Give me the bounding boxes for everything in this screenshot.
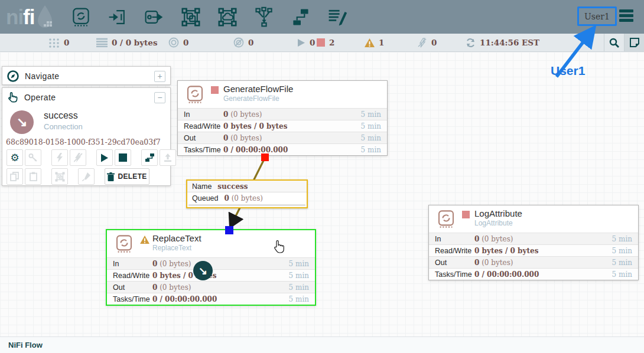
paint-brush-icon [82, 172, 91, 181]
invalid-status: 1 [365, 34, 384, 51]
refresh-status[interactable]: 11:44:56 EST [466, 34, 539, 51]
processor-stamp-icon [186, 85, 204, 104]
paste-icon [29, 172, 38, 181]
connection-label[interactable]: Name success Queued 0 (0 bytes) [186, 179, 308, 208]
navigate-palette: Navigate + [2, 66, 171, 85]
transmitting-icon [168, 37, 179, 48]
current-user-highlight-box: User1 [577, 6, 617, 26]
connection-name-value: success [217, 182, 248, 191]
create-template-button[interactable] [141, 149, 158, 166]
running-status: 0 [297, 34, 315, 51]
navigate-expand-button[interactable]: + [154, 71, 165, 82]
footer-breadcrumb-bar: NiFi Flow [0, 336, 644, 353]
warning-icon [365, 38, 375, 47]
fill-color-button[interactable] [78, 168, 95, 185]
logo-text: nifi [6, 0, 35, 34]
operate-collapse-button[interactable]: − [154, 92, 165, 103]
breadcrumb[interactable]: NiFi Flow [8, 341, 43, 349]
lightning-icon [56, 153, 63, 162]
flow-canvas[interactable]: Name success Queued 0 (0 bytes) Generate… [0, 52, 644, 336]
stopped-status: 2 [317, 34, 334, 51]
processor-logattribute[interactable]: LogAttribute LogAttribute In0 (0 bytes)5… [428, 205, 639, 280]
process-group-icon[interactable] [180, 6, 202, 28]
stat-row-readwrite: Read/Write0 bytes / 0 bytes5 min [429, 244, 638, 256]
disabled-icon [418, 38, 427, 48]
status-bar-actions [604, 34, 644, 51]
group-selection-icon [55, 172, 65, 182]
stopped-status-icon [462, 211, 470, 218]
processor-stats: In0 (0 bytes)5 min Read/Write0 bytes / 0… [429, 233, 638, 280]
create-template-icon [145, 153, 155, 162]
label-icon[interactable] [327, 6, 349, 28]
running-icon [297, 38, 305, 47]
processor-type: LogAttribute [474, 219, 513, 227]
processor-name: LogAttribute [474, 208, 522, 218]
bulletin-icon [630, 38, 639, 47]
stopped-status-icon [211, 86, 219, 94]
processor-generateflowfile[interactable]: GenerateFlowFile GenerateFlowFile In0 (0… [177, 80, 388, 156]
bulletin-board-button[interactable] [624, 34, 644, 51]
delete-button[interactable]: DELETE [105, 168, 149, 185]
stat-row-readwrite: Read/Write0 bytes / 0 bytes5 min [178, 120, 387, 132]
processor-type: GenerateFlowFile [223, 94, 279, 103]
stat-row-tasks: Tasks/Time0 / 00:00:00.0005 min [178, 143, 387, 155]
processor-icon[interactable] [70, 6, 92, 28]
access-policies-button[interactable] [25, 149, 41, 166]
copy-button[interactable] [6, 168, 23, 185]
processor-stamp-icon [115, 234, 134, 253]
search-button[interactable] [604, 34, 624, 51]
queued-list-icon [96, 38, 108, 47]
arrow-down-right-icon: ↘ [199, 264, 207, 277]
navigate-title: Navigate [25, 71, 154, 81]
trash-icon [107, 172, 115, 181]
play-icon [100, 153, 109, 162]
status-bar: 0 0 / 0 bytes 0 0 0 2 1 0 [0, 34, 644, 52]
copy-icon [10, 172, 19, 181]
stat-row-out: Out0 (0 bytes)5 min [107, 281, 315, 293]
stop-icon [119, 153, 127, 162]
nifi-logo: nifi [6, 0, 54, 34]
lightning-slash-icon [74, 153, 83, 162]
queue-fill-meter [188, 204, 305, 206]
water-drop-icon [36, 5, 54, 30]
processor-type: ReplaceText [152, 244, 191, 252]
stat-row-out: Out0 (0 bytes)5 min [429, 256, 638, 268]
configuration-button[interactable]: ⚙ [6, 149, 23, 166]
queued-status: 0 / 0 bytes [96, 34, 158, 51]
key-icon [28, 153, 38, 162]
stop-button[interactable] [115, 149, 131, 166]
processor-stats: In0 (0 bytes)5 min Read/Write0 bytes / 0… [107, 257, 315, 305]
processor-header: LogAttribute LogAttribute [429, 205, 638, 233]
stat-row-in: In0 (0 bytes)5 min [178, 108, 387, 120]
connection-name-row: Name success [187, 181, 307, 192]
upload-template-icon [163, 153, 173, 162]
arrow-down-right-icon: ↘ [17, 115, 27, 130]
processor-replacetext[interactable]: ReplaceText ReplaceText In0 (0 bytes)5 m… [106, 229, 316, 306]
not-transmitting-icon [233, 37, 244, 48]
refresh-icon [466, 38, 476, 48]
global-menu-icon[interactable] [619, 9, 633, 24]
remote-process-group-icon[interactable] [217, 6, 239, 28]
connection-queued-value: 0 (0 bytes) [224, 194, 263, 202]
current-user-label: User1 [584, 12, 610, 21]
search-icon [609, 38, 619, 48]
upload-template-button[interactable] [160, 149, 176, 166]
input-port-icon[interactable] [107, 6, 129, 28]
connection-drop-badge: ↘ [193, 261, 213, 280]
enable-button[interactable] [51, 149, 68, 166]
selection-id: 68c89018-0158-1000-f351-29cd70ea03f7 [6, 138, 161, 146]
paste-button[interactable] [25, 168, 41, 185]
invalid-status-icon [140, 236, 149, 244]
operate-buttons-row1: ⚙ [6, 149, 178, 166]
operate-buttons-row2: DELETE [6, 168, 149, 185]
connection-destination-handle[interactable] [225, 226, 233, 234]
template-icon[interactable] [290, 6, 312, 28]
output-port-icon[interactable] [144, 6, 165, 28]
funnel-icon[interactable] [253, 6, 275, 28]
delete-label: DELETE [118, 172, 147, 181]
disable-button[interactable] [70, 149, 86, 166]
connection-source-handle[interactable] [261, 153, 269, 161]
group-button[interactable] [51, 168, 68, 185]
annotation-user-label: User1 [551, 64, 585, 78]
start-button[interactable] [96, 149, 113, 166]
